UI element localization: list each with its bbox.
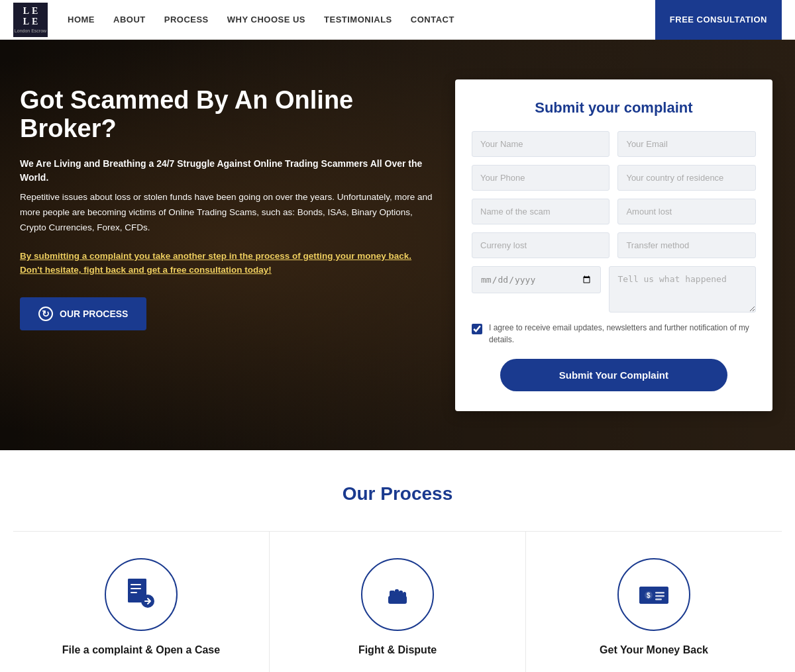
process-card-2: Fight & Dispute [270,532,526,672]
name-input[interactable] [472,131,610,157]
svg-rect-10 [388,596,407,604]
svg-rect-3 [131,588,141,589]
money-back-icon: $ [635,576,672,613]
svg-rect-12 [395,589,399,595]
nav-contact[interactable]: CONTACT [411,15,454,24]
date-input-wrap [472,266,601,312]
hero-content: Got Scammed By An Online Broker? We Are … [0,53,795,438]
process-icon-2-wrap [361,558,434,631]
process-button-label: OUR PROCESS [60,309,128,319]
process-card-3: $ Get Your Money Back [526,532,782,672]
process-icon-3-wrap: $ [617,558,690,631]
consent-label: I agree to receive email updates, newsle… [489,322,756,346]
process-section: Our Process File a complaint & Open a Ca… [0,450,795,672]
svg-rect-20 [655,599,662,600]
logo-letter-e1: E [32,6,38,17]
country-input[interactable] [617,165,755,191]
nav-about[interactable]: ABOUT [113,15,146,24]
hero-heading: Got Scammed By An Online Broker? [20,86,435,144]
form-row-date-message [472,266,756,312]
svg-text:$: $ [647,592,651,599]
logo-tagline: London Escrow [15,28,46,33]
hero-sub2: Repetitive issues about loss or stolen f… [20,190,435,236]
form-row-name-email [472,131,756,157]
svg-rect-4 [131,592,137,593]
logo[interactable]: L E L E London Escrow [13,3,48,37]
svg-rect-19 [655,595,664,597]
form-title: Submit your complaint [472,99,756,117]
checkbox-row: I agree to receive email updates, newsle… [472,322,756,346]
svg-rect-13 [399,591,403,596]
nav-home[interactable]: HOME [68,15,95,24]
email-input[interactable] [617,131,755,157]
phone-input[interactable] [472,165,610,191]
process-card-2-title: Fight & Dispute [283,644,512,656]
svg-rect-18 [655,592,664,594]
process-button-icon: ↻ [38,307,53,321]
logo-letter-e2: E [32,17,38,27]
logo-letter-l1: L [23,6,29,17]
process-section-title: Our Process [13,483,782,504]
navbar: L E L E London Escrow HOME ABOUT PROCESS… [0,0,795,40]
process-card-1: File a complaint & Open a Case [13,532,270,672]
hero-cta-link[interactable]: By submitting a complaint you take anoth… [20,249,435,277]
amount-lost-input[interactable] [617,199,755,224]
date-input[interactable] [472,266,601,293]
currency-input[interactable] [472,232,610,258]
nav-process[interactable]: PROCESS [164,15,209,24]
form-row-currency-transfer [472,232,756,258]
submit-button[interactable]: Submit Your Complaint [500,359,727,391]
transfer-method-input[interactable] [617,232,755,258]
logo-letter-l2: L [23,17,29,27]
scam-name-input[interactable] [472,199,610,224]
process-card-1-title: File a complaint & Open a Case [26,644,256,656]
nav-links: HOME ABOUT PROCESS WHY CHOOSE US TESTIMO… [68,15,655,24]
form-row-phone-country [472,165,756,191]
hero-sub1: We Are Living and Breathing a 24/7 Strug… [20,157,435,185]
consent-checkbox[interactable] [472,324,482,334]
message-textarea[interactable] [609,266,755,312]
complaint-form: Submit your complaint [455,79,772,411]
hero-section: Got Scammed By An Online Broker? We Are … [0,40,795,450]
process-card-3-title: Get Your Money Back [539,644,768,656]
nav-testimonials[interactable]: TESTIMONIALS [324,15,392,24]
our-process-button[interactable]: ↻ OUR PROCESS [20,297,146,330]
nav-why-choose-us[interactable]: WHY CHOOSE US [227,15,305,24]
svg-rect-2 [131,584,141,585]
hero-text: Got Scammed By An Online Broker? We Are … [20,79,435,330]
fight-dispute-icon [379,576,416,613]
svg-rect-15 [639,587,668,604]
svg-rect-11 [390,591,395,596]
process-icon-1-wrap [105,558,178,631]
process-cards: File a complaint & Open a Case Fight [13,531,782,672]
free-consultation-button[interactable]: FREE CONSULTATION [655,0,782,40]
file-complaint-icon [123,576,160,613]
form-row-scam-amount [472,199,756,224]
